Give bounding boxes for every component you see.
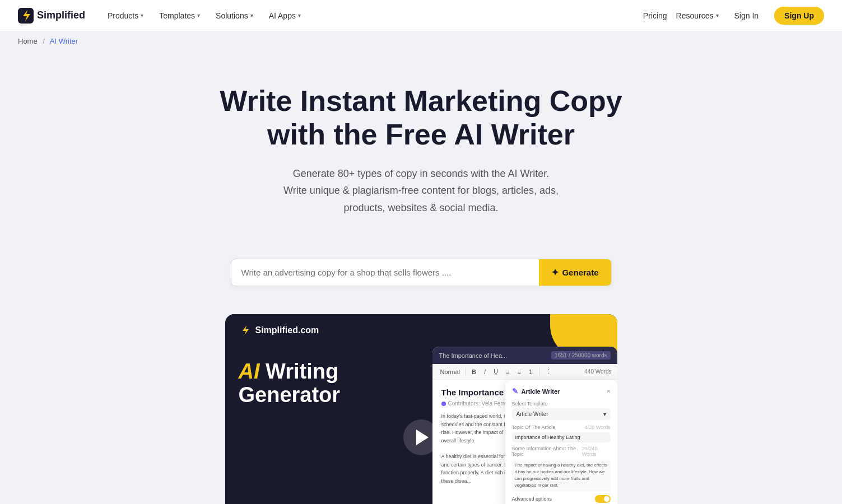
panel-topic-text: Importance of Healthy Eating xyxy=(512,432,611,442)
logo-icon xyxy=(18,8,34,24)
products-chevron-icon: ▾ xyxy=(141,12,143,18)
panel-header: ✎ Article Writer ✕ xyxy=(512,387,611,395)
panel-writer-icon: ✎ xyxy=(512,387,518,395)
nav-signup-button[interactable]: Sign Up xyxy=(774,7,824,25)
panel-select-chevron: ▾ xyxy=(603,411,606,417)
video-left: AI WritingGenerator xyxy=(225,347,432,504)
video-section: Simplified.com AI WritingGenerator xyxy=(0,314,842,504)
templates-chevron-icon: ▾ xyxy=(197,12,200,18)
nav-products[interactable]: Products ▾ xyxy=(101,8,150,24)
panel-topic-row: Topic Of The Article 4/20 Words xyxy=(512,424,611,430)
format-more[interactable]: ⋮ xyxy=(543,367,554,376)
nav-solutions[interactable]: Solutions ▾ xyxy=(209,8,260,24)
hero-subtitle: Generate 80+ types of copy in seconds wi… xyxy=(187,165,655,217)
nav-signin[interactable]: Sign In xyxy=(728,8,766,24)
nav-pricing[interactable]: Pricing xyxy=(643,11,667,20)
nav-ai-apps[interactable]: AI Apps ▾ xyxy=(262,8,308,24)
format-separator-2 xyxy=(539,368,540,376)
logo[interactable]: Simplified xyxy=(18,8,85,24)
breadcrumb: Home / AI Writer xyxy=(0,31,842,51)
doc-format-bar: Normal B I U̲ ≡ ≡ 1. ⋮ 440 Words xyxy=(432,364,617,380)
doc-words-display: 440 Words xyxy=(584,368,611,375)
play-triangle-icon xyxy=(416,430,429,445)
video-right: The Importance of Hea... 1651 / 250000 w… xyxy=(432,347,617,504)
nav-links: Products ▾ Templates ▾ Solutions ▾ AI Ap… xyxy=(101,8,643,24)
doc-meta-dot xyxy=(441,402,446,406)
search-bar-container: ✦ Generate xyxy=(0,259,842,286)
format-align[interactable]: ≡ xyxy=(515,367,523,376)
video-title: AI WritingGenerator xyxy=(239,360,432,407)
nav-templates[interactable]: Templates ▾ xyxy=(152,8,207,24)
breadcrumb-home[interactable]: Home xyxy=(18,37,38,45)
resources-chevron-icon: ▾ xyxy=(716,12,719,18)
doc-title: The Importance of Hea... xyxy=(439,352,508,359)
video-container: Simplified.com AI WritingGenerator xyxy=(225,314,617,504)
doc-word-count: 1651 / 250000 words xyxy=(551,351,610,360)
search-bar: ✦ Generate xyxy=(231,259,612,286)
panel-advanced-row: Advanced options xyxy=(512,495,611,503)
search-input[interactable] xyxy=(231,260,539,285)
panel-close-button[interactable]: ✕ xyxy=(606,388,611,394)
format-ordered[interactable]: 1. xyxy=(527,367,536,376)
format-normal[interactable]: Normal xyxy=(438,367,462,376)
doc-toolbar: The Importance of Hea... 1651 / 250000 w… xyxy=(432,347,617,364)
solutions-chevron-icon: ▾ xyxy=(250,12,253,18)
generate-icon: ✦ xyxy=(551,267,559,278)
panel-info-row-header: Some Information About The Topic 29/240 … xyxy=(512,446,611,457)
nav-right: Pricing Resources ▾ Sign In Sign Up xyxy=(643,7,824,25)
video-logo-icon xyxy=(239,324,251,337)
panel-info-preview: The impact of having a healthy diet, the… xyxy=(512,459,611,492)
article-writer-panel: ✎ Article Writer ✕ Select Template Artic… xyxy=(505,380,617,504)
breadcrumb-separator: / xyxy=(43,37,45,45)
hero-title: Write Instant Marketing Copy with the Fr… xyxy=(187,85,655,152)
panel-select-template-label: Select Template xyxy=(512,401,611,407)
panel-template-select[interactable]: Article Writer ▾ xyxy=(512,408,611,420)
hero-section: Write Instant Marketing Copy with the Fr… xyxy=(169,51,673,259)
format-underline[interactable]: U̲ xyxy=(491,367,500,376)
format-separator xyxy=(466,368,466,376)
video-content: AI WritingGenerator The Importance of He… xyxy=(225,347,617,504)
nav-resources[interactable]: Resources ▾ xyxy=(676,11,719,20)
logo-text: Simplified xyxy=(37,10,85,21)
format-list[interactable]: ≡ xyxy=(504,367,511,376)
panel-title-row: ✎ Article Writer xyxy=(512,387,560,395)
format-italic[interactable]: I xyxy=(482,367,488,376)
advanced-toggle[interactable] xyxy=(595,495,611,503)
navbar: Simplified Products ▾ Templates ▾ Soluti… xyxy=(0,0,842,31)
video-logo-text: Simplified.com xyxy=(255,325,319,335)
breadcrumb-current: AI Writer xyxy=(50,37,78,45)
format-bold[interactable]: B xyxy=(469,367,478,376)
generate-button[interactable]: ✦ Generate xyxy=(539,259,611,286)
ai-apps-chevron-icon: ▾ xyxy=(298,12,301,18)
